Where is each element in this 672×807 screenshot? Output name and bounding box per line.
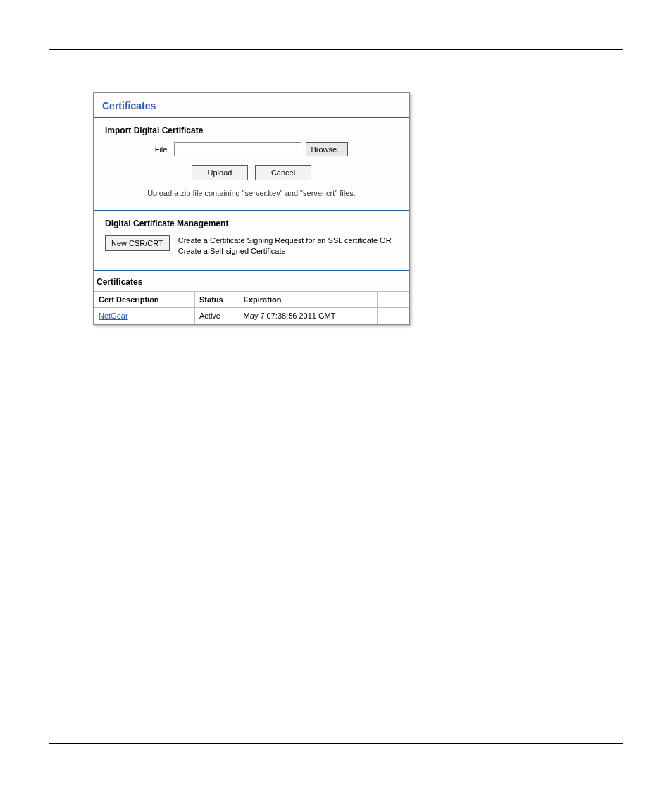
table-row: NetGear Active May 7 07:38:56 2011 GMT xyxy=(94,307,409,324)
col-header-actions xyxy=(378,291,409,307)
management-description: Create a Certificate Signing Request for… xyxy=(178,235,398,257)
certificates-heading: Certificates xyxy=(94,271,409,291)
cancel-button[interactable]: Cancel xyxy=(255,165,311,180)
cell-actions xyxy=(378,307,409,324)
certificate-link[interactable]: NetGear xyxy=(99,312,128,320)
management-row: New CSR/CRT Create a Certificate Signing… xyxy=(105,235,398,257)
file-row: File Browse... xyxy=(105,142,398,156)
certificates-panel: Certificates Import Digital Certificate … xyxy=(93,92,410,325)
cell-status: Active xyxy=(195,307,239,324)
col-header-description: Cert Description xyxy=(94,291,195,307)
upload-hint: Upload a zip file containing "server.key… xyxy=(105,189,398,197)
panel-title: Certificates xyxy=(94,93,409,114)
col-header-status: Status xyxy=(195,291,239,307)
import-heading: Import Digital Certificate xyxy=(105,125,398,135)
col-header-expiration: Expiration xyxy=(239,291,378,307)
file-input[interactable] xyxy=(174,142,301,156)
import-section: Import Digital Certificate File Browse..… xyxy=(94,118,409,207)
certificates-table: Cert Description Status Expiration NetGe… xyxy=(94,291,409,324)
file-label: File xyxy=(155,145,168,154)
upload-button[interactable]: Upload xyxy=(192,165,248,180)
cell-expiration: May 7 07:38:56 2011 GMT xyxy=(239,307,378,324)
browse-button[interactable]: Browse... xyxy=(306,142,348,156)
management-heading: Digital Certificate Management xyxy=(105,218,398,228)
button-row: Upload Cancel xyxy=(105,165,398,180)
management-section: Digital Certificate Management New CSR/C… xyxy=(94,211,409,267)
new-csr-button[interactable]: New CSR/CRT xyxy=(105,235,170,251)
bottom-rule xyxy=(49,743,623,744)
cell-description: NetGear xyxy=(94,307,195,324)
top-rule xyxy=(49,49,623,50)
table-header-row: Cert Description Status Expiration xyxy=(94,291,409,307)
